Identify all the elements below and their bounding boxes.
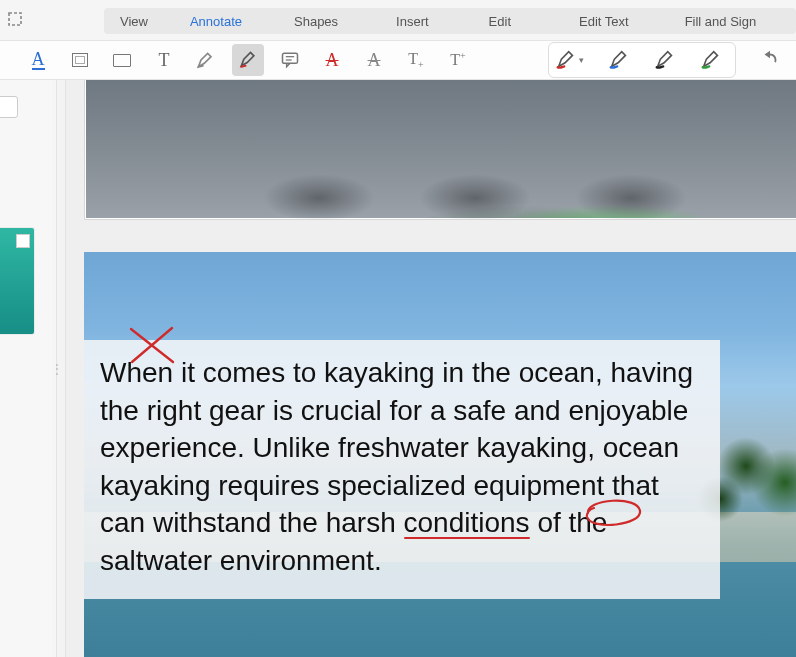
panel-splitter[interactable]: ⋮⋮ <box>56 80 66 657</box>
text-tool-icon[interactable]: T <box>148 44 180 76</box>
chevron-down-icon: ▾ <box>579 55 584 65</box>
highlighter-icon[interactable] <box>190 44 222 76</box>
menu-edit-text[interactable]: Edit Text <box>569 10 639 33</box>
svg-rect-0 <box>9 13 21 25</box>
underline-text-icon[interactable]: A <box>22 44 54 76</box>
crop-icon[interactable] <box>6 10 26 30</box>
pen-blue-button[interactable] <box>599 45 639 75</box>
menu-fill-and-sign[interactable]: Fill and Sign <box>675 10 767 33</box>
page-thumbnail[interactable] <box>0 228 34 334</box>
menu-bar: ViewAnnotateShapesInsertEditEdit TextFil… <box>104 8 796 34</box>
tsub-icon[interactable]: T+ <box>400 44 432 76</box>
annotation-underline[interactable]: conditions <box>404 507 530 538</box>
tsup-icon[interactable]: T+ <box>442 44 474 76</box>
pen-color-group: ▾ <box>548 42 736 78</box>
menu-edit[interactable]: Edit <box>479 10 521 33</box>
svg-rect-1 <box>283 53 298 63</box>
strike-a2-icon[interactable]: A <box>358 44 390 76</box>
strike-a-icon[interactable]: A <box>316 44 348 76</box>
image-block-kayak <box>84 80 796 220</box>
search-input-stub[interactable] <box>0 96 18 118</box>
menu-shapes[interactable]: Shapes <box>284 10 348 33</box>
rectangle-icon[interactable] <box>106 44 138 76</box>
body-paragraph: When it comes to kayaking in the ocean, … <box>100 354 704 579</box>
undo-button[interactable] <box>752 44 788 76</box>
menu-view[interactable]: View <box>110 10 158 33</box>
pen-green-button[interactable] <box>691 45 731 75</box>
pen-icon[interactable] <box>232 44 264 76</box>
left-panel <box>0 80 52 657</box>
document-viewport[interactable]: When it comes to kayaking in the ocean, … <box>66 80 796 657</box>
menu-annotate[interactable]: Annotate <box>180 10 252 33</box>
pen-black-button[interactable] <box>645 45 685 75</box>
annotate-toolbar: ATAAT+T+ ▾ <box>0 40 796 80</box>
image-block-beach: When it comes to kayaking in the ocean, … <box>84 252 796 657</box>
pen-red-button[interactable]: ▾ <box>553 45 593 75</box>
comment-icon[interactable] <box>274 44 306 76</box>
highlight-block-icon[interactable] <box>64 44 96 76</box>
menu-insert[interactable]: Insert <box>386 10 439 33</box>
text-overlay-panel: When it comes to kayaking in the ocean, … <box>84 340 720 599</box>
